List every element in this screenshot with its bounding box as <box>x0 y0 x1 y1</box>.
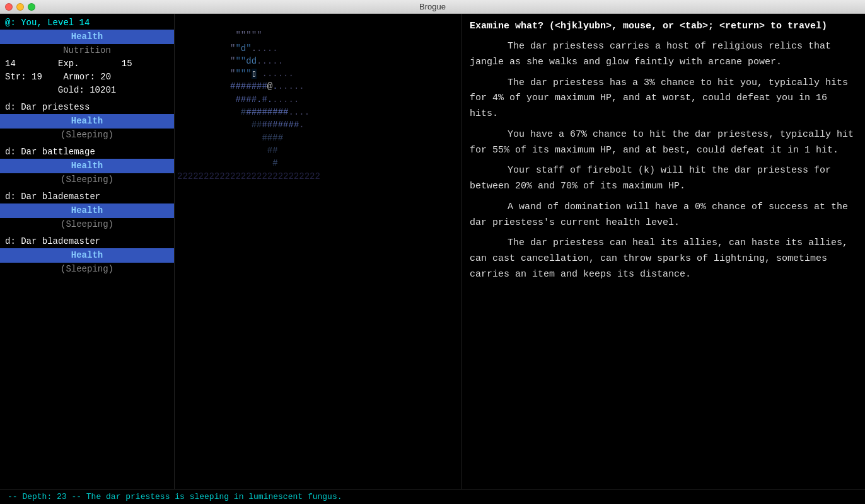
player-health-bar: Health <box>0 30 174 44</box>
entity-0-status: (Sleeping) <box>0 129 174 142</box>
entity-2-name: d: Dar blademaster <box>0 190 174 203</box>
entity-3-name: d: Dar blademaster <box>0 235 174 248</box>
level-exp-line: 14 Exp. 15 <box>0 57 174 71</box>
entity-3: d: Dar blademaster Health (Sleeping) <box>0 235 174 276</box>
minimize-button[interactable] <box>16 3 24 11</box>
info-para-6: The dar priestess can heal its allies, c… <box>470 236 857 282</box>
info-para-1: The dar priestess carries a host of reli… <box>470 39 857 71</box>
exp-value: 15 <box>122 59 132 69</box>
entity-3-health: Health <box>0 248 174 263</box>
entity-1-name: d: Dar battlemage <box>0 146 174 159</box>
info-para-5: A wand of domination will have a 0% chan… <box>470 200 857 231</box>
info-text: The dar priestess carries a host of reli… <box>470 39 857 283</box>
entity-0-name: d: Dar priestess <box>0 101 174 114</box>
info-para-3: You have a 67% chance to hit the dar pri… <box>470 127 857 159</box>
info-panel: Examine what? (<hjklyubn>, mouse, or <ta… <box>462 14 865 489</box>
str-label: Str: 19 <box>5 72 42 82</box>
close-button[interactable] <box>5 3 13 11</box>
gold-line: Gold: 10201 <box>0 84 174 97</box>
player-label: @: You, Level 14 <box>0 16 174 30</box>
exp-label: Exp. <box>58 59 79 69</box>
level-value: 14 <box>5 59 16 69</box>
sidebar: @: You, Level 14 Health Nutrition 14 Exp… <box>0 14 175 489</box>
entity-0: d: Dar priestess Health (Sleeping) <box>0 101 174 142</box>
titlebar: Brogue <box>0 0 865 14</box>
game-area: @: You, Level 14 Health Nutrition 14 Exp… <box>0 14 865 489</box>
map-area[interactable]: """"" ""d"..... """dd..... """"▯ ...... … <box>175 14 462 489</box>
entity-1: d: Dar battlemage Health (Sleeping) <box>0 146 174 186</box>
examine-prompt: Examine what? (<hjklyubn>, mouse, or <ta… <box>470 19 857 34</box>
statusbar-text: -- Depth: 23 -- The dar priestess is sle… <box>8 492 342 501</box>
armor-label: Armor: 20 <box>63 72 111 82</box>
str-armor-line: Str: 19 Armor: 20 <box>0 71 174 84</box>
maximize-button[interactable] <box>28 3 35 11</box>
entity-1-status: (Sleeping) <box>0 173 174 186</box>
window-controls[interactable] <box>5 3 35 11</box>
entity-2: d: Dar blademaster Health (Sleeping) <box>0 190 174 231</box>
nutrition-label: Nutrition <box>0 44 174 57</box>
entity-0-health: Health <box>0 114 174 129</box>
statusbar: -- Depth: 23 -- The dar priestess is sle… <box>0 489 865 504</box>
entity-3-status: (Sleeping) <box>0 263 174 276</box>
entity-2-health: Health <box>0 203 174 218</box>
entity-1-health: Health <box>0 159 174 173</box>
gold-label: Gold: 10201 <box>58 85 116 95</box>
window-title: Brogue <box>419 2 446 11</box>
entity-2-status: (Sleeping) <box>0 218 174 231</box>
info-para-2: The dar priestess has a 3% chance to hit… <box>470 76 857 122</box>
info-para-4: Your staff of firebolt (k) will hit the … <box>470 163 857 195</box>
map-canvas: """"" ""d"..... """dd..... """"▯ ...... … <box>175 14 462 489</box>
